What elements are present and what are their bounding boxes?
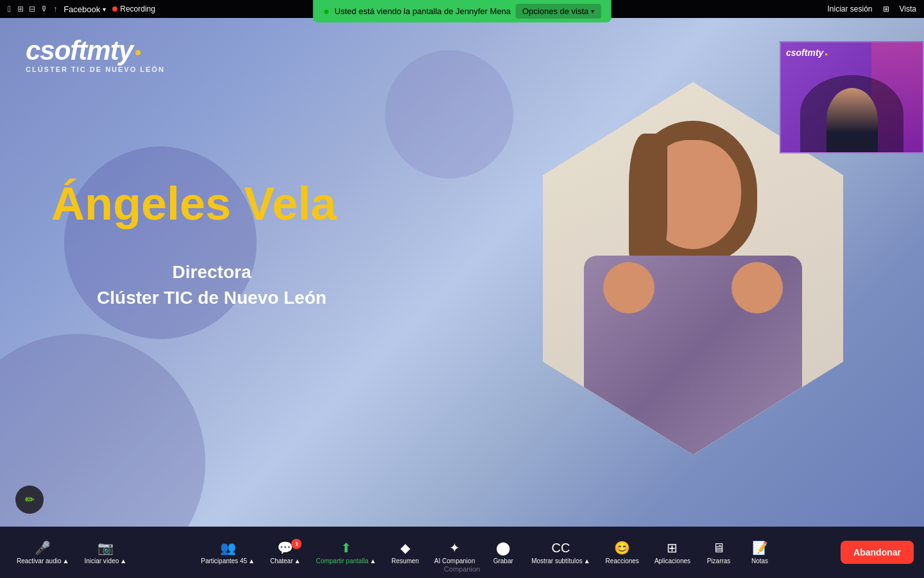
logo-main: csoftmty [26, 37, 165, 64]
companion-text: Companion [444, 565, 480, 573]
participants-icon: 👥 [220, 540, 236, 556]
whiteboard-icon: 🖥 [712, 541, 725, 556]
record-icon: ⬤ [496, 540, 510, 556]
whiteboard-button[interactable]: 🖥 Pizarras [699, 537, 738, 568]
presenter-title: Directora [51, 262, 372, 283]
pip-video: csoftmty● [780, 41, 924, 153]
presenter-name: Ángeles Vela [51, 179, 336, 229]
apps-label: Aplicaciones [654, 557, 690, 565]
recording-label: Recording [120, 4, 155, 13]
bg-blob-3 [385, 50, 513, 179]
facebook-menu[interactable]: Facebook ▾ [64, 4, 106, 14]
toolbar-group-right: Abandonar [841, 541, 914, 564]
menu-bar-left:  ⊞ ⊟ 🎙 ↑ Facebook ▾ Recording [8, 4, 155, 14]
facebook-label: Facebook [64, 4, 100, 14]
video-arrow[interactable]: ▲ [120, 557, 126, 565]
share-screen-icon: ⬆ [341, 540, 352, 556]
whiteboard-label: Pizarras [707, 557, 731, 565]
ai-companion-button[interactable]: ✦ AI Companion [428, 536, 481, 568]
apps-grid-icon: ⊞ [667, 540, 678, 556]
pencil-icon: ✏ [25, 493, 35, 507]
share-banner: ● Usted está viendo la pantalla de Jenny… [313, 0, 612, 22]
logo-sub: CLÚSTER TIC DE NUEVO LEÓN [26, 66, 165, 73]
toolbar-group-center: 👥 Participantes 45 ▲ 💬 1 Chatear ▲ ⬆ Com… [194, 536, 779, 568]
chat-badge: 1 [291, 539, 302, 549]
pencil-button[interactable]: ✏ [15, 486, 44, 514]
participants-label: Participantes 45 [201, 557, 247, 565]
reactions-label: Reacciones [606, 557, 639, 565]
toolbar-group-left: 🎤 Reactivar audio ▲ 📷 Iniciar vídeo ▲ [10, 536, 133, 568]
vista-label[interactable]: Vista [900, 4, 916, 13]
view-options-button[interactable]: Opciones de vista ▾ [516, 4, 601, 19]
share-text: Usted está viendo la pantalla de Jennyfe… [334, 6, 511, 16]
vista-icon: ⊞ [883, 4, 889, 13]
apps-button[interactable]: ⊞ Aplicaciones [648, 536, 697, 568]
subtitles-label: Mostrar subtítulos [531, 557, 582, 565]
subtitles-icon: CC [551, 541, 570, 556]
video-label: Iniciar vídeo [84, 557, 119, 565]
mic-muted-icon: 🎤 [35, 540, 51, 556]
chat-button[interactable]: 💬 1 Chatear ▲ [264, 536, 307, 568]
ai-companion-icon: ✦ [449, 540, 460, 556]
video-button[interactable]: 📷 Iniciar vídeo ▲ [78, 536, 133, 568]
camera-muted-icon: 📷 [98, 540, 114, 556]
reactions-button[interactable]: 😊 Reacciones [599, 536, 646, 568]
participants-button[interactable]: 👥 Participantes 45 ▲ [194, 536, 261, 568]
audio-label: Reactivar audio [17, 557, 61, 565]
menu-icons: ⊞ ⊟ 🎙 ↑ [17, 4, 57, 13]
ai-companion-label: AI Companion [434, 557, 475, 565]
record-button[interactable]: ⬤ Grabar [484, 536, 522, 568]
video-main: csoftmty CLÚSTER TIC DE NUEVO LEÓN Ángel… [0, 18, 924, 527]
abandon-button[interactable]: Abandonar [841, 541, 914, 564]
summary-icon: ◆ [400, 540, 410, 556]
view-options-label: Opciones de vista [522, 6, 588, 16]
share-arrow[interactable]: ▲ [370, 557, 376, 565]
chat-arrow[interactable]: ▲ [295, 557, 301, 565]
wifi-icon: ↑ [53, 4, 57, 13]
reactions-icon: 😊 [614, 540, 630, 556]
share-indicator: ● [323, 6, 330, 17]
share-label: Compartir pantalla [316, 557, 368, 565]
audio-arrow[interactable]: ▲ [62, 557, 69, 565]
summary-button[interactable]: ◆ Resumen [385, 536, 425, 568]
participants-arrow[interactable]: ▲ [248, 557, 255, 565]
mic-icon: 🎙 [40, 4, 48, 13]
record-label: Grabar [493, 557, 513, 565]
menu-bar-right: Iniciar sesión ⊞ Vista [828, 4, 917, 13]
notes-button[interactable]: 📝 Notas [740, 536, 779, 568]
login-label[interactable]: Iniciar sesión [828, 4, 873, 13]
logo-dot [135, 50, 141, 55]
presenter-org: Clúster TIC de Nuevo León [51, 288, 372, 308]
subtitles-arrow[interactable]: ▲ [584, 557, 590, 565]
bg-blob-2 [64, 146, 257, 339]
pip-logo: csoftmty● [786, 48, 828, 58]
audio-button[interactable]: 🎤 Reactivar audio ▲ [10, 536, 75, 568]
notes-label: Notas [751, 557, 768, 565]
apple-icon:  [8, 4, 11, 14]
apps-icon: ⊟ [29, 4, 35, 13]
subtitles-button[interactable]: CC Mostrar subtítulos ▲ [525, 537, 596, 568]
share-screen-button[interactable]: ⬆ Compartir pantalla ▲ [309, 536, 382, 568]
recording-dot [112, 6, 117, 12]
chat-label: Chatear [270, 557, 293, 565]
notes-icon: 📝 [752, 540, 768, 556]
grid-icon: ⊞ [17, 4, 24, 13]
chevron-down-icon: ▾ [591, 8, 594, 15]
summary-label: Resumen [391, 557, 419, 565]
logo-area: csoftmty CLÚSTER TIC DE NUEVO LEÓN [26, 37, 165, 73]
chat-icon: 💬 [277, 540, 293, 556]
recording-badge: Recording [112, 4, 155, 13]
